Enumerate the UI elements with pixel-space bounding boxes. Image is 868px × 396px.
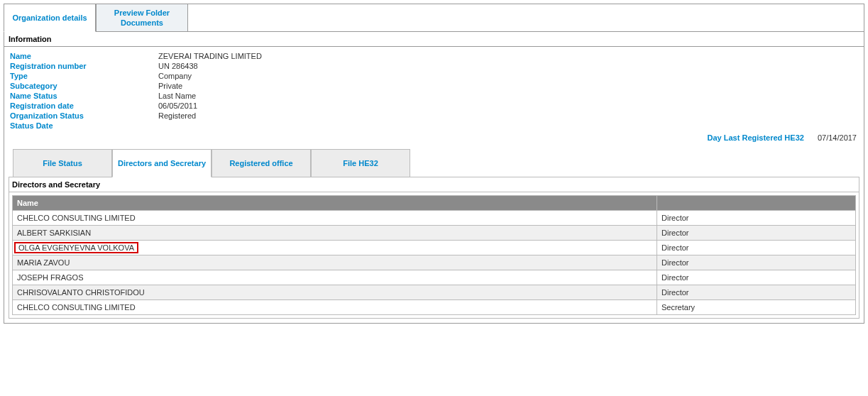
row-type: Type Company	[6, 71, 862, 81]
tab-label: Directors and Secretary	[118, 158, 206, 168]
tab-label: Preview Folder Documents	[104, 8, 180, 28]
sub-panel: File Status Directors and Secretary Regi…	[9, 149, 859, 319]
tab-directors-secretary[interactable]: Directors and Secretary	[112, 149, 211, 177]
cell-role: Director	[657, 241, 856, 255]
tab-organization-details[interactable]: Organization details	[4, 4, 96, 32]
type-value: Company	[158, 72, 192, 80]
table-row: CHELCO CONSULTING LIMITEDDirector	[13, 211, 856, 226]
tab-label: File Status	[43, 158, 82, 168]
tab-file-he32[interactable]: File HE32	[311, 149, 410, 177]
subcategory-label: Subcategory	[6, 82, 158, 90]
organization-status-value: Registered	[158, 111, 196, 120]
cell-name: MARIA ZAVOU	[13, 255, 657, 270]
row-status-date: Status Date	[6, 121, 862, 131]
table-row: OLGA EVGENYEVNA VOLKOVADirector	[13, 241, 856, 255]
registration-date-value: 06/05/2011	[158, 101, 197, 110]
registration-date-label: Registration date	[6, 101, 158, 110]
type-label: Type	[6, 72, 158, 80]
table-row: JOSEPH FRAGOSDirector	[13, 270, 856, 285]
info-grid: Name ZEVERAI TRADING LIMITED Registratio…	[4, 47, 864, 131]
row-name: Name ZEVERAI TRADING LIMITED	[6, 51, 862, 61]
tab-registered-office[interactable]: Registered office	[211, 149, 311, 177]
cell-name: CHELCO CONSULTING LIMITED	[13, 300, 657, 315]
tab-label: Registered office	[229, 158, 292, 168]
top-tabs: Organization details Preview Folder Docu…	[4, 4, 864, 32]
directors-table-wrap: Name CHELCO CONSULTING LIMITEDDirectorAL…	[9, 192, 859, 319]
table-header-row: Name	[13, 196, 856, 211]
directors-table: Name CHELCO CONSULTING LIMITEDDirectorAL…	[12, 195, 856, 315]
table-row: CHRISOVALANTO CHRISTOFIDOUDirector	[13, 285, 856, 300]
sub-tabs: File Status Directors and Secretary Regi…	[13, 149, 859, 177]
cell-name: CHRISOVALANTO CHRISTOFIDOU	[13, 285, 657, 300]
row-subcategory: Subcategory Private	[6, 81, 862, 91]
cell-role: Director	[657, 211, 856, 226]
table-row: MARIA ZAVOUDirector	[13, 255, 856, 270]
subcategory-value: Private	[158, 82, 182, 90]
cell-name: CHELCO CONSULTING LIMITED	[13, 211, 657, 226]
he32-row: Day Last Registered HE32 07/14/2017	[4, 131, 864, 149]
information-title: Information	[4, 32, 864, 47]
directors-secretary-title: Directors and Secretary	[9, 177, 859, 192]
name-label: Name	[6, 52, 158, 60]
cell-name: JOSEPH FRAGOS	[13, 270, 657, 285]
registration-number-value: UN 286438	[158, 62, 198, 70]
cell-role: Secretary	[657, 300, 856, 315]
row-registration-number: Registration number UN 286438	[6, 61, 862, 71]
he32-date: 07/14/2017	[818, 133, 857, 142]
name-value: ZEVERAI TRADING LIMITED	[158, 52, 262, 60]
cell-name: OLGA EVGENYEVNA VOLKOVA	[13, 241, 657, 255]
tab-file-status[interactable]: File Status	[13, 149, 112, 177]
status-date-label: Status Date	[6, 121, 158, 130]
cell-role: Director	[657, 226, 856, 241]
header-role	[657, 196, 856, 211]
tab-preview-folder-documents[interactable]: Preview Folder Documents	[96, 4, 188, 32]
cell-role: Director	[657, 255, 856, 270]
tab-label: File HE32	[343, 158, 378, 168]
cell-name: ALBERT SARKISIAN	[13, 226, 657, 241]
row-organization-status: Organization Status Registered	[6, 111, 862, 121]
organization-status-label: Organization Status	[6, 111, 158, 120]
name-status-label: Name Status	[6, 92, 158, 100]
name-status-value: Last Name	[158, 92, 196, 100]
cell-role: Director	[657, 270, 856, 285]
row-name-status: Name Status Last Name	[6, 91, 862, 101]
table-row: CHELCO CONSULTING LIMITEDSecretary	[13, 300, 856, 315]
highlighted-name: OLGA EVGENYEVNA VOLKOVA	[14, 242, 138, 253]
registration-number-label: Registration number	[6, 62, 158, 70]
tab-label: Organization details	[12, 13, 87, 23]
organization-panel: Organization details Preview Folder Docu…	[4, 4, 864, 324]
table-row: ALBERT SARKISIANDirector	[13, 226, 856, 241]
row-registration-date: Registration date 06/05/2011	[6, 101, 862, 111]
cell-role: Director	[657, 285, 856, 300]
header-name: Name	[13, 196, 657, 211]
information-panel: Information Name ZEVERAI TRADING LIMITED…	[4, 31, 864, 319]
he32-label: Day Last Registered HE32	[708, 133, 804, 142]
